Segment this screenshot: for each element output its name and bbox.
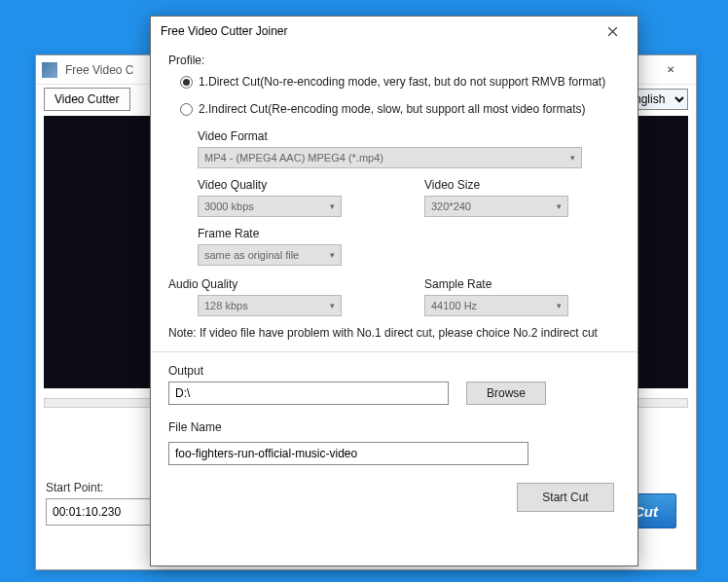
start-cut-label: Start Cut xyxy=(542,491,588,504)
output-path-input[interactable] xyxy=(168,382,449,405)
close-button[interactable]: ✕ xyxy=(648,56,692,84)
video-quality-value: 3000 kbps xyxy=(204,200,254,212)
radio-direct-cut[interactable]: 1.Direct Cut(No-re-encoding mode, very f… xyxy=(180,75,620,89)
radio-indirect-cut-label: 2.Indirect Cut(Re-encoding mode, slow, b… xyxy=(199,102,586,116)
file-name-label: File Name xyxy=(168,420,620,434)
chevron-down-icon: ▾ xyxy=(330,250,335,260)
dialog-close-button[interactable] xyxy=(595,18,630,44)
video-format-select[interactable]: MP4 - (MPEG4 AAC) MPEG4 (*.mp4) ▾ xyxy=(198,147,582,168)
audio-quality-value: 128 kbps xyxy=(204,300,248,311)
chevron-down-icon: ▾ xyxy=(557,201,562,211)
profile-dialog: Free Video Cutter Joiner Profile: 1.Dire… xyxy=(150,16,638,566)
audio-quality-label: Audio Quality xyxy=(168,277,342,291)
note-text: Note: If video file have problem with No… xyxy=(168,326,620,340)
video-format-value: MP4 - (MPEG4 AAC) MPEG4 (*.mp4) xyxy=(204,152,383,164)
video-format-label: Video Format xyxy=(198,129,610,143)
radio-icon xyxy=(180,76,193,89)
start-cut-button[interactable]: Start Cut xyxy=(517,483,614,512)
browse-button[interactable]: Browse xyxy=(466,382,546,405)
radio-icon xyxy=(180,103,193,116)
dialog-title: Free Video Cutter Joiner xyxy=(161,24,288,38)
audio-quality-select[interactable]: 128 kbps ▾ xyxy=(198,295,342,316)
output-label: Output xyxy=(168,364,620,378)
separator xyxy=(151,351,637,352)
profile-label: Profile: xyxy=(168,54,620,67)
chevron-down-icon: ▾ xyxy=(330,201,335,211)
frame-rate-label: Frame Rate xyxy=(198,227,610,240)
app-icon xyxy=(42,62,57,78)
video-size-value: 320*240 xyxy=(431,200,471,212)
video-size-select[interactable]: 320*240 ▾ xyxy=(424,196,568,217)
frame-rate-value: same as original file xyxy=(204,249,299,261)
video-quality-label: Video Quality xyxy=(198,178,342,192)
sample-rate-select[interactable]: 44100 Hz ▾ xyxy=(424,295,568,316)
browse-button-label: Browse xyxy=(487,386,526,400)
sample-rate-value: 44100 Hz xyxy=(431,300,477,311)
close-icon xyxy=(607,26,618,37)
video-size-label: Video Size xyxy=(424,178,568,192)
chevron-down-icon: ▾ xyxy=(557,301,562,310)
frame-rate-select[interactable]: same as original file ▾ xyxy=(198,244,342,266)
sample-rate-label: Sample Rate xyxy=(424,277,568,291)
dialog-titlebar: Free Video Cutter Joiner xyxy=(151,17,637,46)
chevron-down-icon: ▾ xyxy=(570,153,575,163)
file-name-input[interactable] xyxy=(168,442,528,465)
chevron-down-icon: ▾ xyxy=(330,301,335,310)
radio-indirect-cut[interactable]: 2.Indirect Cut(Re-encoding mode, slow, b… xyxy=(180,102,620,116)
tab-video-cutter[interactable]: Video Cutter xyxy=(44,88,130,111)
radio-direct-cut-label: 1.Direct Cut(No-re-encoding mode, very f… xyxy=(199,75,605,89)
video-quality-select[interactable]: 3000 kbps ▾ xyxy=(198,196,342,217)
